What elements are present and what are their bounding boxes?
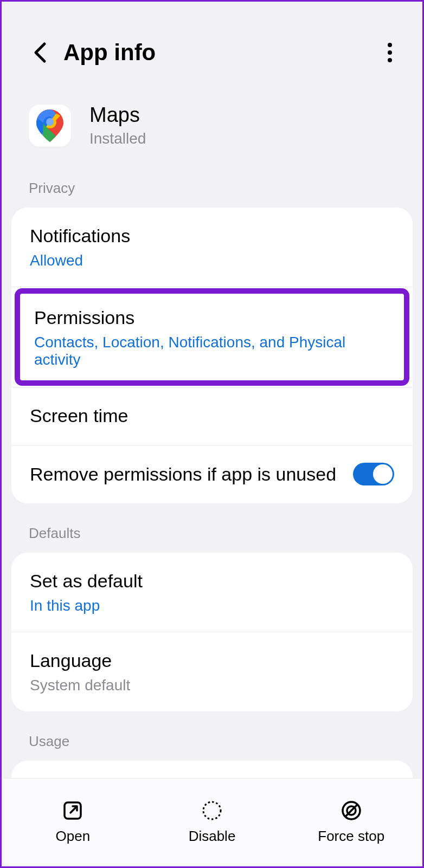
disable-label: Disable — [189, 828, 236, 845]
permissions-value: Contacts, Location, Notifications, and P… — [34, 334, 390, 368]
row-language[interactable]: Language System default — [11, 632, 413, 711]
force-stop-icon — [339, 799, 363, 822]
screen-time-title: Screen time — [30, 404, 394, 427]
svg-point-2 — [388, 58, 392, 62]
app-info-text: Maps Installed — [89, 103, 146, 147]
disable-icon — [200, 799, 224, 822]
row-screen-time[interactable]: Screen time — [11, 387, 413, 445]
app-header: Maps Installed — [2, 82, 422, 169]
row-remove-permissions[interactable]: Remove permissions if app is unused — [11, 446, 413, 503]
open-icon — [61, 799, 85, 822]
open-label: Open — [56, 828, 91, 845]
remove-permissions-toggle[interactable] — [353, 463, 394, 485]
svg-point-1 — [388, 50, 392, 55]
privacy-card: Notifications Allowed Permissions Contac… — [11, 208, 413, 503]
bottom-bar: Open Disable Force stop — [3, 778, 421, 865]
header-bar: App info — [2, 2, 422, 82]
app-status: Installed — [89, 130, 146, 147]
set-default-title: Set as default — [30, 569, 394, 593]
section-label-privacy: Privacy — [2, 169, 422, 208]
notifications-value: Allowed — [30, 252, 394, 269]
row-permissions-wrapper: Permissions Contacts, Location, Notifica… — [11, 287, 413, 387]
app-icon-maps — [29, 105, 71, 147]
language-value: System default — [30, 677, 394, 694]
row-permissions[interactable]: Permissions Contacts, Location, Notifica… — [15, 288, 409, 386]
maps-pin-icon — [36, 109, 63, 142]
language-title: Language — [30, 649, 394, 672]
notifications-title: Notifications — [30, 224, 394, 248]
back-button[interactable] — [29, 42, 50, 63]
row-notifications[interactable]: Notifications Allowed — [11, 208, 413, 287]
page-title: App info — [63, 40, 379, 66]
disable-button[interactable]: Disable — [143, 799, 282, 845]
force-stop-button[interactable]: Force stop — [281, 799, 421, 845]
more-vert-icon — [387, 42, 393, 63]
open-button[interactable]: Open — [3, 799, 143, 845]
remove-permissions-title: Remove permissions if app is unused — [30, 462, 353, 486]
row-set-default[interactable]: Set as default In this app — [11, 553, 413, 632]
force-stop-label: Force stop — [318, 828, 384, 845]
svg-point-6 — [203, 802, 221, 819]
more-button[interactable] — [379, 42, 401, 63]
svg-point-4 — [46, 118, 54, 126]
section-label-usage: Usage — [2, 711, 422, 761]
defaults-card: Set as default In this app Language Syst… — [11, 553, 413, 711]
chevron-left-icon — [33, 42, 47, 63]
svg-point-0 — [388, 43, 392, 47]
app-name: Maps — [89, 103, 146, 127]
section-label-defaults: Defaults — [2, 503, 422, 553]
set-default-value: In this app — [30, 597, 394, 614]
permissions-title: Permissions — [34, 306, 390, 329]
